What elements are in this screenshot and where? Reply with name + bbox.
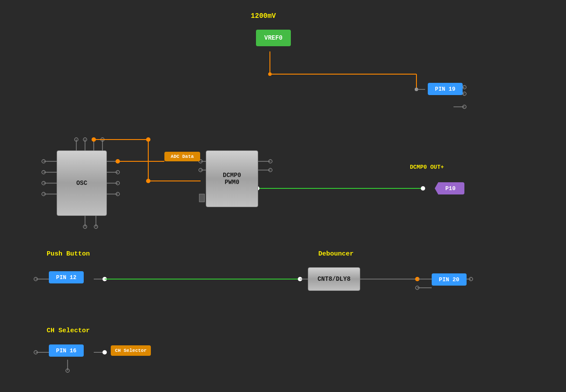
svg-point-15 [42, 170, 45, 174]
debouncer-label: Debouncer [318, 250, 354, 258]
cnt8-component[interactable]: CNT8/DLY8 [308, 267, 360, 291]
svg-point-21 [116, 160, 119, 163]
svg-rect-80 [199, 194, 205, 202]
svg-point-63 [298, 277, 302, 281]
adc-data-label: ADC Data [164, 152, 200, 161]
push-button-label: Push Button [47, 250, 90, 258]
ch-selector-tag: CH Selector [111, 345, 151, 356]
svg-point-35 [101, 138, 104, 141]
svg-point-23 [116, 170, 119, 174]
dcmp0-component[interactable]: DCMP0 PWM0 [206, 150, 258, 207]
pin16-component[interactable]: PIN 16 [49, 344, 84, 357]
svg-point-10 [463, 105, 466, 109]
svg-point-27 [116, 192, 119, 196]
svg-point-75 [34, 351, 38, 354]
svg-point-50 [199, 168, 202, 172]
svg-point-46 [116, 159, 120, 164]
dcmp0-label2: PWM0 [225, 179, 239, 186]
dcmp0-out-label: DCMP0 OUT+ [410, 164, 444, 170]
svg-point-57 [421, 186, 425, 191]
svg-point-73 [416, 286, 419, 290]
vref0-component[interactable]: VREF0 [256, 30, 291, 46]
svg-point-39 [94, 225, 98, 228]
dcmp0-label1: DCMP0 [223, 172, 241, 179]
svg-point-17 [42, 181, 45, 185]
svg-point-61 [102, 277, 107, 281]
ch-selector-label: CH Selector [47, 327, 90, 334]
svg-point-79 [66, 369, 69, 372]
svg-point-13 [42, 160, 45, 163]
svg-point-25 [116, 181, 119, 185]
svg-point-3 [268, 72, 272, 76]
svg-point-42 [146, 137, 150, 142]
svg-point-77 [102, 350, 107, 355]
svg-point-33 [92, 137, 96, 142]
svg-point-52 [269, 160, 272, 163]
svg-point-54 [269, 168, 272, 172]
pin20-component[interactable]: PIN 20 [432, 273, 467, 286]
svg-point-59 [34, 277, 38, 281]
p10-component[interactable]: P10 [435, 182, 464, 194]
svg-point-43 [146, 179, 150, 183]
voltage-label: 1200mV [251, 12, 276, 20]
svg-point-19 [42, 192, 45, 196]
pin19-component[interactable]: PIN 19 [428, 83, 463, 95]
osc-component[interactable]: OSC [57, 150, 107, 216]
svg-point-37 [83, 225, 87, 228]
svg-point-68 [415, 277, 419, 281]
svg-point-4 [415, 88, 418, 91]
pin12-component[interactable]: PIN 12 [49, 271, 84, 283]
svg-point-6 [463, 85, 466, 89]
svg-point-31 [83, 138, 87, 141]
svg-point-29 [75, 138, 78, 141]
svg-point-71 [469, 277, 473, 281]
circuit-canvas: 1200mV VREF0 PIN 19 OSC ADC Data DCMP0 P… [0, 0, 566, 392]
svg-point-8 [463, 92, 466, 95]
